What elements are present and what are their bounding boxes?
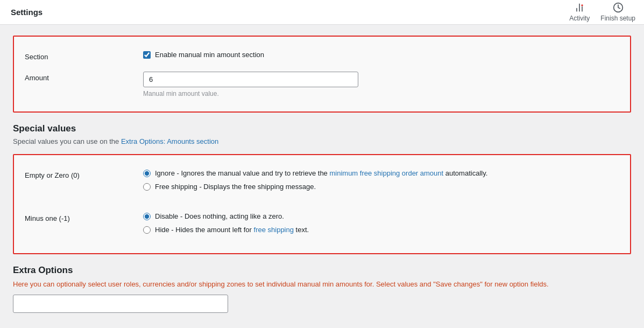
radio-ignore[interactable] (143, 170, 151, 177)
radio-free-shipping-option: Free shipping - Displays the free shippi… (143, 183, 619, 191)
enable-section-checkbox[interactable] (143, 51, 151, 59)
radio-ignore-suffix: automatically. (443, 169, 487, 177)
radio-hide-link: free shipping (254, 226, 294, 234)
section-control: Enable manual min amount section (143, 51, 619, 59)
svg-point-0 (582, 4, 583, 6)
extra-options-heading: Extra Options (13, 265, 631, 276)
activity-label: Activity (569, 15, 590, 22)
section-box: Section Enable manual min amount section… (13, 36, 631, 113)
radio-free-shipping-label[interactable]: Free shipping - Displays the free shippi… (155, 183, 316, 191)
finish-setup-label: Finish setup (600, 15, 635, 22)
special-values-heading: Special values (13, 123, 631, 134)
radio-ignore-text-prefix: Ignore - Ignores the manual value and tr… (155, 169, 329, 177)
minus-one-row: Minus one (-1) Disable - Does nothing, a… (25, 207, 619, 245)
special-values-link[interactable]: Extra Options: Amounts section (121, 137, 218, 145)
section-label: Section (25, 51, 143, 61)
finish-setup-icon (613, 2, 624, 13)
empty-zero-label: Empty or Zero (0) (25, 169, 143, 179)
radio-disable-option: Disable - Does nothing, acting like a ze… (143, 212, 619, 220)
activity-button[interactable]: Activity (569, 2, 590, 22)
extra-options-input-placeholder (13, 295, 631, 313)
empty-zero-control: Ignore - Ignores the manual value and tr… (143, 169, 619, 196)
section-form-row: Section Enable manual min amount section (25, 45, 619, 66)
activity-icon (574, 2, 585, 13)
top-bar: Settings Activity Finish setup (0, 0, 644, 25)
amount-form-row: Amount Manual min amount value. (25, 66, 619, 103)
radio-disable[interactable] (143, 213, 151, 220)
special-values-box: Empty or Zero (0) Ignore - Ignores the m… (13, 154, 631, 254)
special-values-subtext-prefix: Special values you can use on the (13, 137, 121, 145)
special-values-subtext: Special values you can use on the Extra … (13, 137, 631, 145)
radio-free-shipping[interactable] (143, 183, 151, 191)
radio-ignore-label[interactable]: Ignore - Ignores the manual value and tr… (155, 169, 487, 177)
enable-section-checkbox-label[interactable]: Enable manual min amount section (155, 51, 264, 59)
page-title: Settings (11, 8, 43, 17)
amount-input[interactable] (143, 72, 358, 87)
extra-options-input[interactable] (13, 295, 228, 313)
amount-control: Manual min amount value. (143, 72, 619, 97)
minus-one-label: Minus one (-1) (25, 212, 143, 222)
top-bar-actions: Activity Finish setup (569, 2, 635, 22)
radio-hide-label[interactable]: Hide - Hides the amount left for free sh… (155, 226, 309, 234)
radio-hide[interactable] (143, 226, 151, 234)
empty-zero-row: Empty or Zero (0) Ignore - Ignores the m… (25, 164, 619, 201)
extra-options-subtext: Here you can optionally select user role… (13, 280, 631, 288)
amount-label: Amount (25, 72, 143, 82)
finish-setup-button[interactable]: Finish setup (600, 2, 635, 22)
main-content: Section Enable manual min amount section… (0, 25, 644, 324)
radio-hide-prefix: Hide - Hides the amount left for (155, 226, 254, 234)
radio-disable-label[interactable]: Disable - Does nothing, acting like a ze… (155, 212, 284, 220)
radio-ignore-link: minimum free shipping order amount (329, 169, 443, 177)
radio-hide-option: Hide - Hides the amount left for free sh… (143, 226, 619, 234)
radio-hide-suffix: text. (294, 226, 309, 234)
enable-section-checkbox-row: Enable manual min amount section (143, 51, 619, 59)
amount-hint: Manual min amount value. (143, 90, 619, 97)
minus-one-control: Disable - Does nothing, acting like a ze… (143, 212, 619, 239)
radio-ignore-option: Ignore - Ignores the manual value and tr… (143, 169, 619, 177)
